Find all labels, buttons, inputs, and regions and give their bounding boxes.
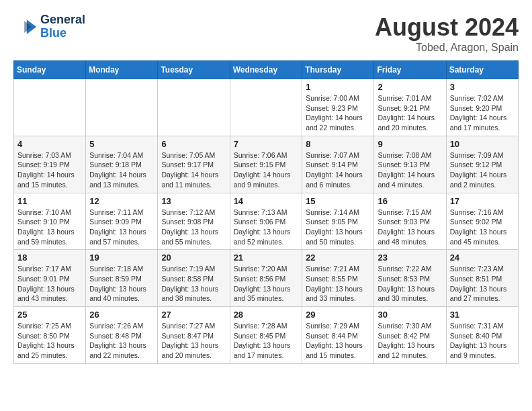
day-number: 12 — [89, 196, 154, 206]
day-number: 21 — [234, 253, 299, 263]
day-number: 26 — [89, 310, 154, 320]
day-number: 6 — [161, 139, 226, 149]
weekday-header-cell: Wednesday — [230, 61, 302, 79]
day-info: Sunrise: 7:28 AM Sunset: 8:45 PM Dayligh… — [234, 321, 299, 361]
day-info: Sunrise: 7:25 AM Sunset: 8:50 PM Dayligh… — [17, 321, 82, 361]
calendar-cell: 4Sunrise: 7:03 AM Sunset: 9:19 PM Daylig… — [14, 136, 86, 193]
day-info: Sunrise: 7:21 AM Sunset: 8:55 PM Dayligh… — [306, 264, 370, 304]
day-number: 9 — [378, 139, 442, 149]
day-number: 23 — [378, 253, 442, 263]
day-info: Sunrise: 7:14 AM Sunset: 9:05 PM Dayligh… — [306, 208, 370, 247]
calendar-cell: 9Sunrise: 7:08 AM Sunset: 9:13 PM Daylig… — [374, 136, 446, 193]
calendar-week-row: 4Sunrise: 7:03 AM Sunset: 9:19 PM Daylig… — [14, 136, 519, 193]
day-info: Sunrise: 7:05 AM Sunset: 9:17 PM Dayligh… — [161, 150, 226, 190]
day-number: 17 — [450, 196, 515, 206]
day-info: Sunrise: 7:31 AM Sunset: 8:40 PM Dayligh… — [450, 321, 515, 361]
day-number: 7 — [234, 139, 299, 149]
calendar-cell: 23Sunrise: 7:22 AM Sunset: 8:53 PM Dayli… — [374, 250, 446, 307]
day-info: Sunrise: 7:20 AM Sunset: 8:56 PM Dayligh… — [234, 264, 299, 304]
calendar-cell — [14, 79, 86, 136]
calendar-cell — [230, 79, 302, 136]
day-info: Sunrise: 7:09 AM Sunset: 9:12 PM Dayligh… — [450, 150, 515, 190]
weekday-header-cell: Sunday — [14, 61, 86, 79]
day-info: Sunrise: 7:12 AM Sunset: 9:08 PM Dayligh… — [161, 208, 226, 247]
day-info: Sunrise: 7:23 AM Sunset: 8:51 PM Dayligh… — [450, 264, 515, 304]
weekday-header-cell: Tuesday — [158, 61, 230, 79]
day-number: 13 — [161, 196, 226, 206]
calendar-cell: 20Sunrise: 7:19 AM Sunset: 8:58 PM Dayli… — [158, 250, 230, 307]
calendar-cell: 29Sunrise: 7:29 AM Sunset: 8:44 PM Dayli… — [302, 307, 374, 364]
day-number: 24 — [450, 253, 515, 263]
calendar-week-row: 18Sunrise: 7:17 AM Sunset: 9:01 PM Dayli… — [14, 250, 519, 307]
calendar-cell: 1Sunrise: 7:00 AM Sunset: 9:23 PM Daylig… — [302, 79, 374, 136]
calendar-cell: 15Sunrise: 7:14 AM Sunset: 9:05 PM Dayli… — [302, 193, 374, 250]
day-info: Sunrise: 7:11 AM Sunset: 9:09 PM Dayligh… — [89, 208, 154, 247]
calendar-cell: 2Sunrise: 7:01 AM Sunset: 9:21 PM Daylig… — [374, 79, 446, 136]
weekday-header-cell: Thursday — [302, 61, 374, 79]
calendar-cell: 30Sunrise: 7:30 AM Sunset: 8:42 PM Dayli… — [374, 307, 446, 364]
day-number: 31 — [450, 310, 515, 320]
day-number: 22 — [306, 253, 370, 263]
day-info: Sunrise: 7:16 AM Sunset: 9:02 PM Dayligh… — [450, 208, 515, 247]
day-info: Sunrise: 7:13 AM Sunset: 9:06 PM Dayligh… — [234, 208, 299, 247]
day-info: Sunrise: 7:10 AM Sunset: 9:10 PM Dayligh… — [17, 208, 82, 247]
day-number: 29 — [306, 310, 370, 320]
calendar-cell: 26Sunrise: 7:26 AM Sunset: 8:48 PM Dayli… — [86, 307, 158, 364]
calendar-cell: 19Sunrise: 7:18 AM Sunset: 8:59 PM Dayli… — [86, 250, 158, 307]
page-header: General Blue August 2024 Tobed, Aragon, … — [13, 13, 519, 54]
calendar-cell: 21Sunrise: 7:20 AM Sunset: 8:56 PM Dayli… — [230, 250, 302, 307]
calendar-cell: 8Sunrise: 7:07 AM Sunset: 9:14 PM Daylig… — [302, 136, 374, 193]
day-info: Sunrise: 7:08 AM Sunset: 9:13 PM Dayligh… — [378, 150, 442, 190]
day-info: Sunrise: 7:02 AM Sunset: 9:20 PM Dayligh… — [450, 93, 515, 133]
day-info: Sunrise: 7:18 AM Sunset: 8:59 PM Dayligh… — [89, 264, 154, 304]
logo-line1: General — [40, 13, 85, 27]
day-info: Sunrise: 7:03 AM Sunset: 9:19 PM Dayligh… — [17, 150, 82, 190]
day-info: Sunrise: 7:07 AM Sunset: 9:14 PM Dayligh… — [306, 150, 370, 190]
weekday-header-cell: Saturday — [446, 61, 518, 79]
day-number: 1 — [306, 82, 370, 92]
day-info: Sunrise: 7:04 AM Sunset: 9:18 PM Dayligh… — [89, 150, 154, 190]
day-number: 15 — [306, 196, 370, 206]
location: Tobed, Aragon, Spain — [375, 42, 519, 54]
day-info: Sunrise: 7:15 AM Sunset: 9:03 PM Dayligh… — [378, 208, 442, 247]
day-number: 14 — [234, 196, 299, 206]
calendar-week-row: 1Sunrise: 7:00 AM Sunset: 9:23 PM Daylig… — [14, 79, 519, 136]
calendar-week-row: 11Sunrise: 7:10 AM Sunset: 9:10 PM Dayli… — [14, 193, 519, 250]
month-title: August 2024 — [375, 13, 519, 42]
logo: General Blue — [13, 13, 85, 40]
day-info: Sunrise: 7:19 AM Sunset: 8:58 PM Dayligh… — [161, 264, 226, 304]
calendar-cell: 12Sunrise: 7:11 AM Sunset: 9:09 PM Dayli… — [86, 193, 158, 250]
day-number: 19 — [89, 253, 154, 263]
weekday-header-cell: Friday — [374, 61, 446, 79]
calendar-cell: 13Sunrise: 7:12 AM Sunset: 9:08 PM Dayli… — [158, 193, 230, 250]
weekday-header-row: SundayMondayTuesdayWednesdayThursdayFrid… — [14, 61, 519, 79]
calendar-cell: 3Sunrise: 7:02 AM Sunset: 9:20 PM Daylig… — [446, 79, 518, 136]
calendar-cell: 6Sunrise: 7:05 AM Sunset: 9:17 PM Daylig… — [158, 136, 230, 193]
calendar-cell: 11Sunrise: 7:10 AM Sunset: 9:10 PM Dayli… — [14, 193, 86, 250]
day-info: Sunrise: 7:01 AM Sunset: 9:21 PM Dayligh… — [378, 93, 442, 133]
calendar-cell — [86, 79, 158, 136]
day-number: 4 — [17, 139, 82, 149]
day-info: Sunrise: 7:00 AM Sunset: 9:23 PM Dayligh… — [306, 93, 370, 133]
calendar-body: 1Sunrise: 7:00 AM Sunset: 9:23 PM Daylig… — [14, 79, 519, 364]
logo-line2: Blue — [40, 27, 85, 40]
calendar-cell: 18Sunrise: 7:17 AM Sunset: 9:01 PM Dayli… — [14, 250, 86, 307]
weekday-header-cell: Monday — [86, 61, 158, 79]
day-number: 18 — [17, 253, 82, 263]
day-number: 3 — [450, 82, 515, 92]
day-number: 10 — [450, 139, 515, 149]
calendar-cell: 25Sunrise: 7:25 AM Sunset: 8:50 PM Dayli… — [14, 307, 86, 364]
day-info: Sunrise: 7:27 AM Sunset: 8:47 PM Dayligh… — [161, 321, 226, 361]
day-info: Sunrise: 7:06 AM Sunset: 9:15 PM Dayligh… — [234, 150, 299, 190]
day-info: Sunrise: 7:17 AM Sunset: 9:01 PM Dayligh… — [17, 264, 82, 304]
day-number: 25 — [17, 310, 82, 320]
day-number: 11 — [17, 196, 82, 206]
calendar-cell: 28Sunrise: 7:28 AM Sunset: 8:45 PM Dayli… — [230, 307, 302, 364]
calendar-cell: 5Sunrise: 7:04 AM Sunset: 9:18 PM Daylig… — [86, 136, 158, 193]
day-number: 28 — [234, 310, 299, 320]
title-block: August 2024 Tobed, Aragon, Spain — [375, 13, 519, 54]
calendar-cell: 24Sunrise: 7:23 AM Sunset: 8:51 PM Dayli… — [446, 250, 518, 307]
calendar: SundayMondayTuesdayWednesdayThursdayFrid… — [13, 60, 519, 364]
calendar-week-row: 25Sunrise: 7:25 AM Sunset: 8:50 PM Dayli… — [14, 307, 519, 364]
day-info: Sunrise: 7:22 AM Sunset: 8:53 PM Dayligh… — [378, 264, 442, 304]
